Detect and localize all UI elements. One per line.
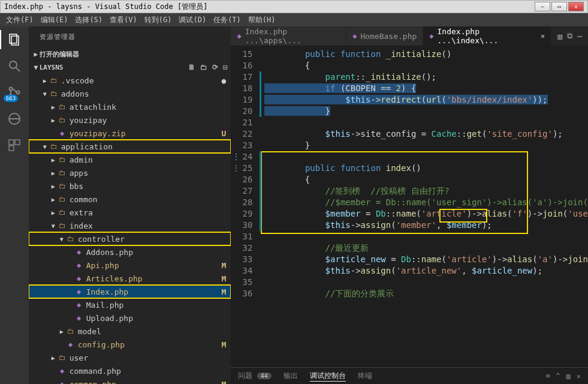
- code-line[interactable]: {: [260, 174, 588, 185]
- code-line[interactable]: [260, 117, 588, 128]
- maximize-panel-icon[interactable]: ^: [556, 372, 560, 380]
- menu-view[interactable]: 查看(V): [106, 15, 141, 25]
- php-file-icon: ◆: [429, 32, 433, 40]
- close-tab-icon[interactable]: ✕: [541, 32, 545, 40]
- code-line[interactable]: {: [260, 60, 588, 71]
- tree-item-label: command.php: [70, 367, 121, 376]
- bottom-panel: 问题 44 输出 调试控制台 终端 ⌫ ^ ▥ ✕: [231, 367, 588, 384]
- compare-icon[interactable]: ⧉: [567, 31, 572, 41]
- folder-apps[interactable]: ▶🗀apps: [29, 166, 231, 179]
- code-line[interactable]: $this->site_config = Cache::get('site_co…: [260, 128, 588, 140]
- code-line[interactable]: $this->redirect(url('bbs/index/index'));: [260, 94, 588, 106]
- folder-application[interactable]: ▼🗀application: [29, 140, 231, 153]
- code-line[interactable]: }: [260, 140, 588, 151]
- folder-.vscode[interactable]: ▶🗀.vscode●: [29, 74, 231, 87]
- explorer-icon[interactable]: [6, 31, 23, 48]
- layout-icon[interactable]: ▥: [566, 372, 571, 380]
- menu-help[interactable]: 帮助(H): [245, 15, 279, 25]
- tree-item-label: common: [70, 195, 98, 204]
- code-line[interactable]: //下面的分类展示: [260, 288, 588, 299]
- panel-output[interactable]: 输出: [284, 371, 298, 381]
- panel-problems[interactable]: 问题 44: [238, 371, 271, 381]
- extensions-icon[interactable]: [6, 137, 23, 154]
- clear-icon[interactable]: ⌫: [545, 372, 550, 380]
- editor-tabs: ◆Index.php ...\apps\...◆HomeBase.php◆Ind…: [231, 26, 588, 46]
- folder-icon: 🗀: [58, 195, 67, 203]
- code-area[interactable]: public function _initialize() { parent::…: [260, 46, 588, 367]
- tree-item-label: apps: [70, 169, 88, 178]
- folder-bbs[interactable]: ▶🗀bbs: [29, 179, 231, 193]
- menu-debug[interactable]: 调试(D): [175, 15, 210, 25]
- new-file-icon[interactable]: 🗎: [188, 63, 195, 71]
- open-editors-section[interactable]: ▶打开的编辑器: [29, 47, 231, 61]
- code-line[interactable]: $this->assign('member', $member);: [260, 220, 588, 231]
- code-line[interactable]: //签到榜 //投稿榜 自由打开?: [260, 185, 588, 197]
- editor-tab[interactable]: ◆Index.php ...\apps\...: [231, 26, 346, 46]
- tree-item-label: model: [78, 327, 101, 336]
- folder-icon: 🗀: [49, 89, 59, 98]
- search-icon[interactable]: [6, 58, 23, 74]
- maximize-button[interactable]: ▭: [551, 2, 567, 11]
- tree-item-label: Addons.php: [86, 248, 133, 257]
- folder-controller[interactable]: ▼🗀controller: [29, 232, 231, 245]
- folder-user[interactable]: ▶🗀user: [29, 351, 231, 364]
- modified-indicator: M: [222, 287, 227, 296]
- menu-go[interactable]: 转到(G): [141, 15, 176, 25]
- panel-debug-console[interactable]: 调试控制台: [310, 371, 346, 382]
- svg-rect-10: [15, 140, 20, 145]
- menu-select[interactable]: 选择(S): [71, 15, 106, 25]
- menu-task[interactable]: 任务(T): [210, 15, 245, 25]
- folder-extra[interactable]: ▶🗀extra: [29, 206, 231, 219]
- code-line[interactable]: [260, 151, 588, 163]
- code-line[interactable]: $member = Db::name('article')->alias('f'…: [260, 208, 588, 220]
- workspace-section[interactable]: ▼LAYSNS 🗎 🗀 ⟳ ⊟: [29, 61, 231, 74]
- new-folder-icon[interactable]: 🗀: [200, 63, 207, 71]
- more-icon[interactable]: ⋯: [577, 32, 582, 41]
- code-line[interactable]: public function index(): [260, 163, 588, 174]
- file-Api.php[interactable]: ◆Api.phpM: [29, 259, 231, 272]
- folder-youzipay[interactable]: ▶🗀youzipay: [29, 113, 231, 127]
- folder-icon: 🗀: [58, 353, 67, 362]
- file-Mail.php[interactable]: ◆Mail.php: [29, 298, 231, 311]
- code-line[interactable]: }: [260, 106, 588, 117]
- close-panel-icon[interactable]: ✕: [577, 372, 581, 380]
- close-button[interactable]: ✕: [568, 2, 584, 11]
- file-command.php[interactable]: ◆command.php: [29, 364, 231, 377]
- code-line[interactable]: $this->assign('article_new', $article_ne…: [260, 265, 588, 277]
- file-Index.php[interactable]: ◆Index.phpM: [29, 285, 231, 298]
- code-line[interactable]: public function _initialize(): [260, 49, 588, 60]
- php-file-icon: ◆: [74, 287, 84, 296]
- folder-index[interactable]: ▼🗀index: [29, 219, 231, 232]
- editor-tab[interactable]: ◆Index.php ...\index\...✕: [423, 26, 551, 46]
- refresh-icon[interactable]: ⟳: [212, 63, 218, 71]
- minimize-button[interactable]: —: [535, 2, 550, 11]
- code-line[interactable]: $article_new = Db::name('article')->alia…: [260, 254, 588, 265]
- scm-icon[interactable]: 663: [6, 84, 23, 101]
- file-Addons.php[interactable]: ◆Addons.php: [29, 245, 231, 259]
- menu-edit[interactable]: 编辑(E): [37, 15, 72, 25]
- file-Articles.php[interactable]: ◆Articles.phpM: [29, 272, 231, 285]
- panel-terminal[interactable]: 终端: [358, 371, 372, 381]
- code-line[interactable]: //$member = Db::name('user_sign')->alias…: [260, 197, 588, 208]
- code-line[interactable]: if (CBOPEN == 2) {: [260, 83, 588, 94]
- file-Upload.php[interactable]: ◆Upload.php: [29, 311, 231, 325]
- split-icon[interactable]: ▥: [557, 32, 562, 41]
- php-file-icon: ◆: [74, 248, 84, 256]
- folder-common[interactable]: ▶🗀common: [29, 193, 231, 206]
- code-line[interactable]: //最近更新: [260, 242, 588, 254]
- file-youzipay.zip[interactable]: ◆youzipay.zipU: [29, 127, 231, 140]
- file-config.php[interactable]: ◆config.phpM: [29, 338, 231, 351]
- code-line[interactable]: parent::_initialize();: [260, 71, 588, 83]
- folder-addons[interactable]: ▼🗀addons: [29, 87, 231, 100]
- collapse-icon[interactable]: ⊟: [223, 63, 227, 71]
- code-line[interactable]: [260, 231, 588, 242]
- folder-attachlink[interactable]: ▶🗀attachlink: [29, 100, 231, 113]
- folder-admin[interactable]: ▶🗀admin: [29, 153, 231, 166]
- debug-icon[interactable]: [6, 110, 23, 127]
- code-line[interactable]: [260, 277, 588, 288]
- editor-tab[interactable]: ◆HomeBase.php: [346, 26, 423, 46]
- menu-file[interactable]: 文件(F): [2, 15, 37, 25]
- file-common.php[interactable]: ◆common.phpM: [29, 377, 231, 384]
- folder-model[interactable]: ▶🗀model: [29, 325, 231, 338]
- titlebar: Index.php - laysns - Visual Studio Code …: [0, 0, 588, 13]
